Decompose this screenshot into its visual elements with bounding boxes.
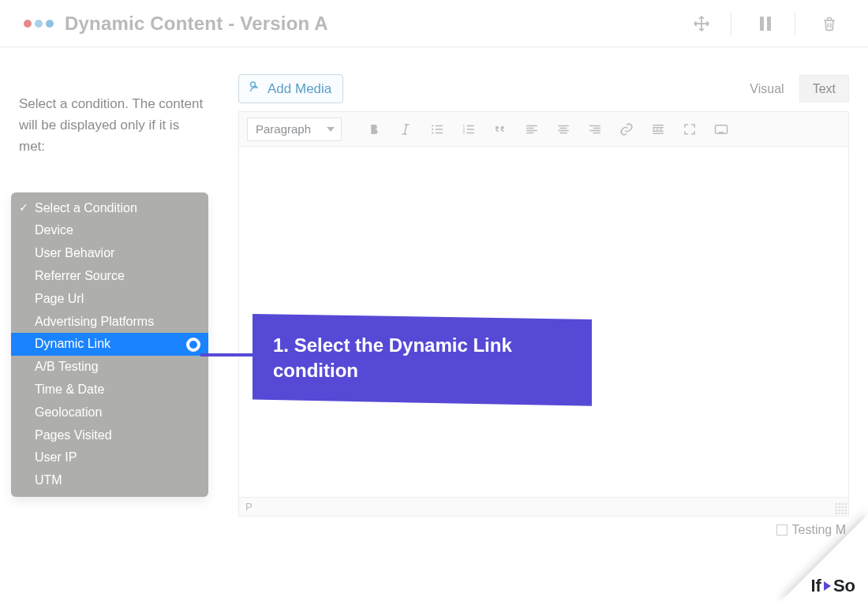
list-ol-icon: 123 bbox=[461, 122, 477, 136]
align-left-icon bbox=[524, 122, 540, 136]
condition-sidebar: Select a condition. The content will be … bbox=[19, 74, 216, 537]
toolbar-toggle-button[interactable] bbox=[709, 118, 733, 141]
testing-mode-row: Testing M bbox=[238, 517, 849, 537]
tab-text[interactable]: Text bbox=[799, 75, 849, 103]
condition-option[interactable]: Dynamic Link bbox=[11, 333, 208, 356]
condition-option[interactable]: ✓Select a Condition bbox=[11, 197, 208, 220]
add-media-label: Add Media bbox=[268, 81, 331, 97]
condition-option-label: UTM bbox=[35, 473, 62, 487]
move-button[interactable] bbox=[680, 7, 723, 40]
numbered-list-button[interactable]: 123 bbox=[457, 118, 481, 141]
add-media-button[interactable]: Add Media bbox=[238, 74, 343, 103]
condition-option-label: Time & Date bbox=[35, 383, 104, 396]
link-button[interactable] bbox=[615, 118, 638, 141]
read-more-button[interactable] bbox=[646, 118, 670, 141]
brand-right: So bbox=[833, 576, 855, 596]
condition-option[interactable]: A/B Testing bbox=[11, 356, 208, 379]
list-ul-icon bbox=[429, 122, 445, 136]
read-more-icon bbox=[650, 122, 666, 136]
editor-status-bar: P bbox=[239, 497, 848, 516]
condition-option[interactable]: Referrer Source bbox=[11, 265, 208, 288]
condition-option-label: Referrer Source bbox=[35, 269, 125, 282]
condition-option[interactable]: UTM bbox=[11, 469, 208, 492]
condition-option-label: Select a Condition bbox=[35, 201, 137, 215]
condition-option-label: Geolocation bbox=[35, 405, 102, 419]
condition-option[interactable]: Page Url bbox=[11, 288, 208, 311]
condition-option[interactable]: Device bbox=[11, 219, 208, 242]
condition-option-label: User Behavior bbox=[35, 246, 114, 259]
panel-actions bbox=[675, 7, 851, 40]
tab-visual[interactable]: Visual bbox=[736, 75, 797, 103]
blockquote-button[interactable] bbox=[488, 118, 512, 141]
align-center-button[interactable] bbox=[552, 118, 575, 141]
pause-button[interactable] bbox=[744, 7, 787, 40]
brand-logo: If So bbox=[810, 576, 855, 596]
bulleted-list-button[interactable] bbox=[425, 118, 449, 141]
italic-icon bbox=[398, 122, 413, 136]
editor-mode-tabs: Visual Text bbox=[736, 75, 849, 103]
bold-icon bbox=[367, 122, 381, 136]
panel-title: Dynamic Content - Version A bbox=[65, 13, 328, 35]
condition-hint: Select a condition. The content will be … bbox=[19, 93, 216, 158]
svg-rect-1 bbox=[767, 17, 771, 31]
format-select[interactable]: Paragraph bbox=[247, 118, 342, 141]
separator bbox=[795, 12, 795, 35]
condition-option-label: A/B Testing bbox=[35, 360, 99, 373]
condition-select-dropdown[interactable]: ✓Select a ConditionDeviceUser BehaviorRe… bbox=[11, 192, 208, 497]
dot-icon bbox=[46, 20, 54, 28]
move-icon bbox=[693, 15, 710, 32]
testing-mode-label: Testing M bbox=[792, 523, 846, 536]
format-select-label: Paragraph bbox=[256, 122, 311, 136]
dot-icon bbox=[24, 20, 32, 28]
condition-option-label: Device bbox=[35, 223, 73, 237]
condition-option[interactable]: Advertising Platforms bbox=[11, 311, 208, 334]
svg-text:3: 3 bbox=[463, 131, 466, 135]
callout-text: 1. Select the Dynamic Link condition bbox=[273, 334, 512, 381]
svg-point-5 bbox=[432, 132, 433, 133]
check-icon: ✓ bbox=[19, 200, 28, 217]
italic-button[interactable] bbox=[394, 118, 417, 141]
pause-icon bbox=[758, 16, 773, 32]
align-center-icon bbox=[556, 122, 571, 136]
condition-option-label: Page Url bbox=[35, 292, 84, 305]
condition-option[interactable]: Time & Date bbox=[11, 379, 208, 401]
bold-button[interactable] bbox=[362, 118, 386, 141]
svg-rect-0 bbox=[760, 17, 764, 31]
fullscreen-icon bbox=[683, 122, 697, 136]
svg-point-3 bbox=[432, 125, 433, 126]
editor-column: Add Media Visual Text Paragraph 123 bbox=[216, 74, 849, 537]
play-icon bbox=[824, 581, 831, 591]
condition-option[interactable]: User Behavior bbox=[11, 242, 208, 265]
condition-option-label: Pages Visited bbox=[35, 428, 112, 442]
delete-button[interactable] bbox=[808, 7, 851, 40]
brand-left: If bbox=[810, 576, 821, 596]
align-left-button[interactable] bbox=[520, 118, 544, 141]
condition-option-label: Dynamic Link bbox=[35, 337, 110, 350]
testing-mode-checkbox[interactable] bbox=[776, 524, 788, 536]
editor-toolbar: Paragraph 123 bbox=[238, 111, 849, 146]
fullscreen-button[interactable] bbox=[678, 118, 702, 141]
svg-point-2 bbox=[251, 82, 256, 87]
condition-option[interactable]: Geolocation bbox=[11, 401, 208, 424]
link-icon bbox=[619, 122, 634, 136]
condition-option-label: Advertising Platforms bbox=[35, 315, 154, 328]
media-icon bbox=[247, 80, 261, 98]
svg-point-4 bbox=[432, 128, 433, 129]
condition-option[interactable]: User IP bbox=[11, 446, 208, 469]
align-right-icon bbox=[587, 122, 603, 136]
align-right-button[interactable] bbox=[583, 118, 607, 141]
chevron-down-icon bbox=[327, 127, 335, 132]
window-dots bbox=[24, 20, 54, 28]
separator bbox=[731, 12, 731, 35]
resize-grip-icon[interactable] bbox=[834, 502, 847, 514]
condition-option-label: User IP bbox=[35, 450, 77, 464]
keyboard-icon bbox=[713, 122, 730, 136]
condition-option[interactable]: Pages Visited bbox=[11, 424, 208, 447]
dot-icon bbox=[35, 20, 43, 28]
instruction-callout: 1. Select the Dynamic Link condition bbox=[253, 314, 592, 406]
trash-icon bbox=[821, 15, 837, 32]
quote-icon bbox=[492, 122, 508, 136]
panel-header: Dynamic Content - Version A bbox=[0, 0, 868, 47]
editor-path: P bbox=[245, 501, 253, 513]
